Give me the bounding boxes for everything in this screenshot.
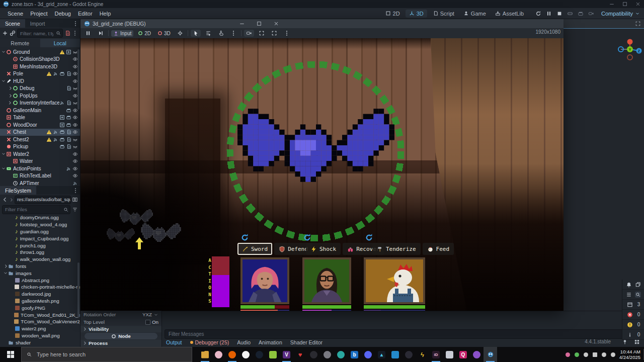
scene-node-water2[interactable]: Water2 bbox=[0, 150, 80, 158]
close-icon[interactable] bbox=[273, 21, 279, 27]
touch-emulation-icon[interactable] bbox=[216, 30, 226, 37]
fs-item-tcom-wood-oakveneer2-2k-[interactable]: TCom_Wood_OakVeneer2_2K... bbox=[0, 318, 80, 325]
fs-item-shader[interactable]: shader bbox=[0, 339, 80, 346]
taskbar-brave[interactable] bbox=[239, 347, 253, 362]
taskbar-heart-app[interactable]: ♥ bbox=[293, 347, 307, 362]
fs-item-abstract-png[interactable]: Abstract.png bbox=[0, 277, 80, 284]
taskbar-bat-app[interactable] bbox=[320, 347, 334, 362]
plusbox-badge-icon[interactable] bbox=[59, 122, 65, 128]
portrait-pink-haired-knight[interactable] bbox=[240, 257, 289, 304]
scene-node-galleonmain[interactable]: GalleonMain bbox=[0, 107, 80, 114]
script-badge-icon[interactable] bbox=[66, 71, 71, 76]
taskbar-obs[interactable] bbox=[402, 347, 416, 362]
action-button-sword[interactable]: Sword bbox=[237, 243, 272, 255]
scene-badge-icon[interactable] bbox=[59, 137, 65, 142]
warn-badge-icon[interactable] bbox=[46, 71, 52, 76]
camera-icon[interactable] bbox=[588, 11, 594, 17]
workspace-2d[interactable]: 2D bbox=[382, 10, 404, 18]
visibility-on-icon[interactable] bbox=[72, 129, 78, 135]
cursor-tool-icon[interactable] bbox=[191, 30, 201, 37]
scene-badge-icon[interactable] bbox=[59, 71, 65, 76]
menu-scene[interactable]: Scene bbox=[4, 10, 27, 18]
list-icon[interactable] bbox=[626, 292, 632, 298]
bottom-tab-animation[interactable]: Animation bbox=[259, 339, 282, 345]
taskbar-discord[interactable] bbox=[361, 347, 375, 362]
scene-node-meshinstance3d[interactable]: MeshInstance3D bbox=[0, 63, 80, 70]
warn-badge-icon[interactable] bbox=[46, 137, 52, 142]
tab-filesystem[interactable]: FileSystem bbox=[0, 186, 36, 195]
scene-tree-menu-icon[interactable] bbox=[72, 30, 78, 36]
select-list-icon[interactable] bbox=[203, 30, 213, 37]
view-axis-gizmo[interactable]: Y Z bbox=[616, 38, 644, 63]
action-button-shock[interactable]: Shock bbox=[306, 243, 341, 255]
fs-item-throw1-ogg[interactable]: ♪throw1.ogg bbox=[0, 249, 80, 256]
taskbar-vscode[interactable] bbox=[388, 347, 402, 362]
workspace-script[interactable]: Script bbox=[429, 10, 458, 18]
taskbar-firefox[interactable] bbox=[225, 347, 239, 362]
scene-badge-icon[interactable] bbox=[66, 122, 71, 128]
visibility-on-icon[interactable] bbox=[72, 122, 78, 128]
scene-badge-icon[interactable] bbox=[59, 129, 65, 135]
visibility-off-icon[interactable] bbox=[72, 137, 78, 142]
action-button-tenderize[interactable]: Tenderize bbox=[372, 243, 421, 255]
menu-editor[interactable]: Editor bbox=[74, 10, 96, 18]
renderer-dropdown[interactable]: Compatibility bbox=[601, 11, 640, 17]
game-window-titlebar[interactable]: 3d_grid_zone (DEBUG) bbox=[80, 19, 564, 28]
script-badge-icon[interactable] bbox=[66, 137, 71, 142]
search-icon[interactable] bbox=[635, 292, 641, 298]
select-2d-button[interactable]: 2D bbox=[136, 30, 153, 37]
stop-icon[interactable] bbox=[556, 11, 562, 17]
script-badge-icon[interactable] bbox=[66, 129, 71, 135]
tree-expand-icon[interactable] bbox=[8, 101, 13, 105]
fs-dock-menu-icon[interactable] bbox=[72, 187, 78, 194]
taskbar-zap-app[interactable]: ϟ bbox=[416, 347, 429, 362]
taskbar-affinity[interactable]: ▲ bbox=[375, 347, 388, 362]
portrait-chicken-warrior[interactable] bbox=[364, 257, 425, 304]
scene-node-chest2[interactable]: Chest2 bbox=[0, 136, 80, 143]
fs-item-walk-wooden-wall-ogg[interactable]: ♪walk_wooden_wall.ogg bbox=[0, 256, 80, 263]
taskbar-quixel[interactable]: Q bbox=[456, 347, 470, 362]
filter-messages-input[interactable] bbox=[168, 331, 631, 337]
tab-scene[interactable]: Scene bbox=[0, 19, 25, 28]
warn-badge-icon[interactable] bbox=[46, 129, 52, 135]
sync-icon[interactable] bbox=[584, 352, 588, 357]
fs-item-images[interactable]: images bbox=[0, 269, 80, 277]
node-category-button[interactable]: Node bbox=[85, 333, 157, 339]
tree-expand-icon[interactable] bbox=[8, 86, 13, 90]
movie-maker-icon[interactable] bbox=[578, 11, 584, 17]
scene-badge-icon[interactable] bbox=[59, 144, 65, 149]
scene-node-collisionshape3d[interactable]: CollisionShape3D bbox=[0, 56, 80, 63]
scene-node-inventoryinterface[interactable]: InventoryInterface bbox=[0, 100, 80, 107]
volume-muted-icon[interactable] bbox=[611, 352, 615, 357]
visibility-section-header[interactable]: Visibility bbox=[80, 326, 162, 332]
fs-item-footstep-wood-4-ogg[interactable]: ♪footstep_wood_4.ogg bbox=[0, 221, 80, 228]
scene-badge-icon[interactable] bbox=[66, 115, 71, 120]
visibility-on-icon[interactable] bbox=[72, 151, 78, 157]
embed-window-icon[interactable] bbox=[257, 30, 267, 37]
fs-item-guardian-ogg[interactable]: ♪guardian.ogg bbox=[0, 228, 80, 235]
scene-node-water[interactable]: Water bbox=[0, 158, 80, 165]
expand-panel-icon[interactable] bbox=[635, 21, 641, 27]
taskbar-file-explorer[interactable] bbox=[198, 347, 212, 362]
next-frame-icon[interactable] bbox=[96, 30, 106, 37]
fs-item-galleonmesh-png[interactable]: galleonMesh.png bbox=[0, 298, 80, 305]
menu-project[interactable]: Project bbox=[27, 10, 51, 18]
fs-expand-icon[interactable] bbox=[3, 270, 8, 276]
display-icon[interactable] bbox=[593, 352, 597, 357]
taskbar-clock[interactable]: 10:44 AM 4/24/2025 bbox=[619, 349, 644, 360]
signal-badge-icon[interactable] bbox=[66, 166, 71, 171]
nav-forward-icon[interactable] bbox=[9, 198, 14, 202]
scene-node-chest[interactable]: Chest bbox=[0, 129, 80, 136]
scene-node-wooddoor[interactable]: WoodDoor bbox=[0, 121, 80, 129]
bell-icon[interactable] bbox=[626, 282, 632, 288]
visibility-on-icon[interactable] bbox=[72, 158, 78, 164]
scene-node-aptimer[interactable]: APTimer bbox=[0, 179, 80, 186]
scene-node-richtextlabel[interactable]: RichTextLabel bbox=[0, 172, 80, 180]
maximize-icon[interactable] bbox=[256, 21, 262, 27]
taskbar-photos-app[interactable] bbox=[443, 347, 456, 362]
fullscreen-icon[interactable] bbox=[269, 30, 279, 37]
taskbar-bluestacks[interactable]: b bbox=[348, 347, 361, 362]
maximize-icon[interactable] bbox=[622, 1, 628, 7]
workspace-assetlib[interactable]: AssetLib bbox=[492, 10, 527, 18]
taskbar-gog[interactable] bbox=[307, 347, 320, 362]
